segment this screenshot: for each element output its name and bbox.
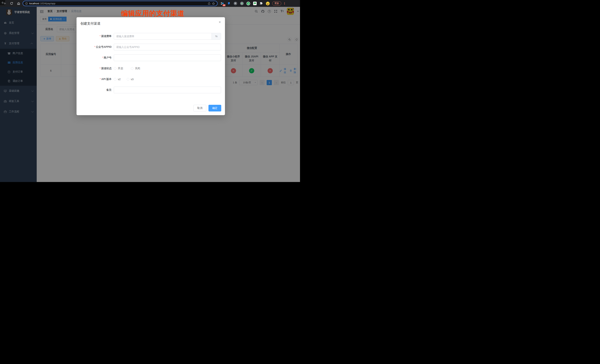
confirm-label: 确定: [212, 107, 217, 110]
rate-label: *渠道费率: [76, 35, 114, 38]
url-host: localhost: [29, 2, 39, 5]
address-bar[interactable]: localhost:1024/pay/app: [23, 1, 217, 6]
confirm-button[interactable]: 确定: [208, 105, 221, 111]
appid-input[interactable]: [114, 44, 221, 50]
app-window: 芋道管理系统 首页 系统管理 ¥ 支付管理: [0, 7, 300, 182]
api-label: *API 版本: [76, 78, 114, 81]
form-row-rate: *渠道费率 %: [76, 33, 225, 40]
appid-label: *公众号APPID: [76, 45, 114, 49]
rate-suffix: %: [212, 33, 221, 39]
close-icon[interactable]: ×: [217, 20, 222, 24]
radio-label: 开启: [118, 67, 123, 70]
form-row-remark: 备注: [76, 87, 225, 93]
rate-input-group: %: [114, 33, 221, 40]
dialog-title: 创建支付渠道: [80, 21, 100, 26]
radio-icon: [127, 78, 129, 81]
form-row-api: *API 版本 v2 v3: [76, 76, 225, 82]
merchant-label: *商户号: [76, 56, 114, 59]
radio-label: v3: [131, 78, 134, 81]
reload-icon[interactable]: [9, 1, 14, 6]
browser-toolbar: localhost:1024/pay/app 10 ⌘ y: [0, 0, 300, 7]
merchant-input[interactable]: [114, 55, 221, 61]
radio-label: v2: [118, 78, 121, 81]
annotation-text: 编辑应用的支付渠道: [121, 9, 184, 18]
bookmark-star-icon[interactable]: [212, 2, 215, 5]
browser-update-button[interactable]: 更新: [272, 1, 281, 6]
extension-command-icon[interactable]: ⌘: [234, 2, 237, 5]
rate-input[interactable]: [114, 33, 212, 39]
radio-status-closed[interactable]: 关闭: [131, 67, 140, 70]
form-row-status: *渠道状态 开启 关闭: [76, 65, 225, 72]
forward-icon[interactable]: [0, 0, 5, 5]
cancel-button[interactable]: 取消: [193, 105, 206, 111]
url-path: :1024/pay/app: [39, 2, 56, 5]
browser-extensions: 10 ⌘ y: [221, 2, 270, 5]
cancel-label: 取消: [197, 107, 203, 110]
radio-icon: [114, 78, 116, 81]
radio-api-v3[interactable]: v3: [127, 78, 134, 81]
extensions-puzzle-icon[interactable]: [259, 2, 263, 5]
extension-record-icon[interactable]: [240, 2, 244, 5]
browser-menu-icon[interactable]: ⋮: [283, 2, 286, 5]
radio-label: 关闭: [135, 67, 140, 70]
profile-avatar[interactable]: [266, 2, 270, 5]
create-pay-channel-dialog: 创建支付渠道 × *渠道费率 % *公众号APPID *商户号 *渠道状态 开启: [76, 17, 225, 115]
screen: localhost:1024/pay/app 10 ⌘ y: [0, 0, 300, 182]
extension-y-icon[interactable]: y: [246, 2, 250, 5]
extension-workona-icon[interactable]: 10: [221, 2, 224, 5]
form-row-merchant: *商户号: [76, 55, 225, 61]
site-info-icon[interactable]: [25, 2, 28, 5]
update-label: 更新: [274, 2, 279, 5]
extension-badge: 10: [223, 4, 225, 6]
radio-icon: [131, 67, 133, 70]
radio-api-v2[interactable]: v2: [114, 78, 121, 81]
home-icon[interactable]: [16, 1, 21, 6]
radio-status-open[interactable]: 开启: [114, 67, 123, 70]
status-label: *渠道状态: [76, 67, 114, 70]
remark-input[interactable]: [114, 87, 221, 93]
form-row-appid: *公众号APPID: [76, 44, 225, 50]
share-icon[interactable]: [208, 2, 210, 5]
remark-label: 备注: [76, 88, 114, 92]
browser-nav: [0, 1, 21, 6]
extension-chat-icon[interactable]: [253, 2, 257, 5]
radio-icon: [114, 67, 116, 70]
extension-kite-icon[interactable]: [227, 2, 231, 5]
